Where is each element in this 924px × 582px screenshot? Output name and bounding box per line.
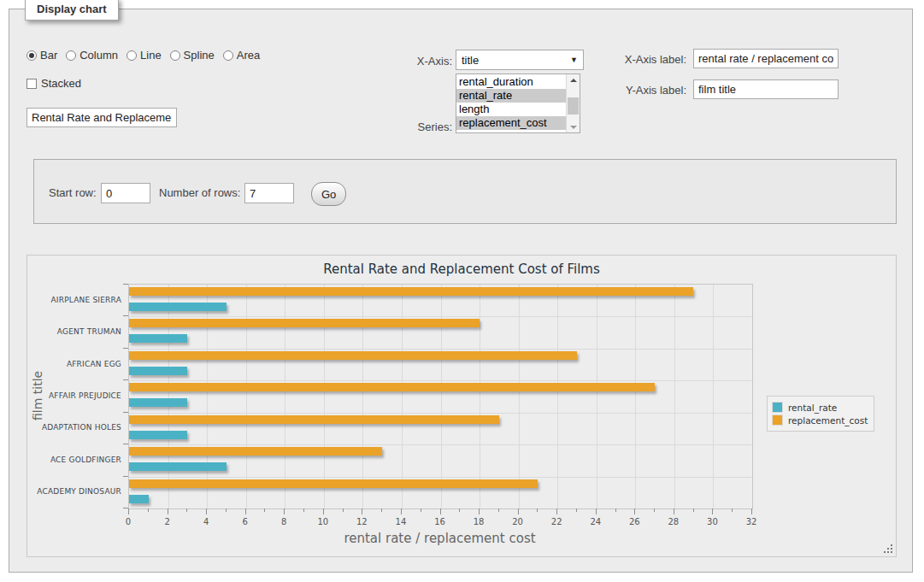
series-option-rental_rate[interactable]: rental_rate	[456, 89, 566, 103]
radio-icon[interactable]	[26, 50, 37, 61]
x-axis-tick	[148, 509, 149, 512]
legend-label: rental_rate	[788, 403, 837, 413]
radio-icon[interactable]	[66, 50, 76, 61]
scroll-down-icon[interactable]	[567, 121, 580, 132]
chart-type-bar[interactable]: Bar	[26, 49, 57, 62]
x-axis-tick	[479, 509, 480, 514]
series-scrollbar[interactable]	[566, 74, 580, 132]
x-axis-tick	[654, 509, 655, 512]
resize-handle-icon[interactable]	[883, 544, 893, 554]
x-axis-tick-label: 24	[583, 517, 609, 526]
gridline-horizontal	[129, 349, 752, 350]
x-axis-tick	[245, 509, 246, 514]
x-axis-tick	[206, 509, 207, 514]
start-row-label: Start row:	[49, 186, 97, 199]
x-axis-tick	[576, 509, 577, 512]
series-listbox[interactable]: rental_durationrental_ratelengthreplacem…	[456, 73, 580, 133]
scroll-up-icon[interactable]	[567, 74, 580, 85]
radio-icon[interactable]	[170, 50, 180, 61]
x-axis-tick	[168, 509, 168, 514]
gridline-vertical	[480, 285, 480, 509]
panel-legend: Display chart	[25, 0, 119, 21]
number-of-rows-input[interactable]	[244, 183, 294, 203]
y-axis-tick	[123, 476, 128, 477]
gridline-vertical	[557, 285, 558, 509]
radio-label: Spline	[184, 49, 215, 62]
chart-type-column[interactable]: Column	[66, 49, 118, 62]
gridline-vertical	[168, 285, 169, 509]
chart-title: Rental Rate and Replacement Cost of Film…	[27, 262, 896, 277]
go-button[interactable]: Go	[311, 182, 346, 206]
chart-type-spline[interactable]: Spline	[170, 49, 215, 62]
legend-swatch	[772, 414, 783, 426]
stacked-option: Stacked	[26, 77, 81, 90]
x-axis-tick	[440, 509, 441, 514]
bar-replacement_cost	[129, 319, 480, 327]
x-axis-tick	[401, 509, 402, 514]
x-axis-tick	[556, 509, 557, 514]
x-axis-tick-label: 16	[427, 517, 453, 526]
bar-replacement_cost	[129, 351, 577, 360]
plot-area	[128, 284, 753, 509]
x-axis-tick-label: 26	[621, 517, 647, 526]
x-axis-tick-label: 22	[544, 517, 569, 526]
category-label: AFRICAN EGG	[27, 348, 121, 379]
x-axis-tick	[343, 509, 344, 512]
x-axis-tick-label: 6	[232, 517, 258, 526]
y-axis-tick	[123, 315, 128, 316]
y-axis-tick	[123, 284, 128, 285]
x-axis-select[interactable]: title ▼	[456, 50, 584, 70]
category-label: ACADEMY DINOSAUR	[27, 476, 121, 508]
bar-rental_rate	[129, 398, 187, 407]
x-axis-selected-value: title	[462, 54, 570, 67]
y-axis-label-label: Y-Axis label:	[597, 84, 686, 97]
category-label: AIRPLANE SIERRA	[27, 284, 121, 315]
x-axis-tick	[693, 509, 694, 512]
chart-type-area[interactable]: Area	[223, 49, 260, 62]
x-axis-tick-label: 8	[271, 517, 297, 526]
scrollbar-thumb[interactable]	[568, 97, 579, 115]
y-axis-label-input[interactable]	[693, 79, 839, 99]
category-label: AGENT TRUMAN	[27, 315, 121, 347]
category-label: ACE GOLDFINGER	[27, 444, 121, 475]
start-row-input[interactable]	[101, 183, 150, 203]
bar-rental_rate	[129, 303, 227, 311]
gridline-vertical	[635, 285, 636, 509]
x-axis-label-label: X-Axis label:	[597, 53, 686, 66]
x-axis-tick	[732, 509, 733, 512]
x-axis-tick	[634, 509, 635, 514]
stacked-label: Stacked	[41, 77, 81, 90]
x-axis-tick-label: 12	[349, 517, 374, 526]
x-axis-tick	[596, 509, 597, 514]
x-axis-tick	[381, 509, 382, 512]
legend-swatch	[772, 402, 783, 413]
x-axis-tick	[284, 509, 285, 514]
series-option-replacement_cost[interactable]: replacement_cost	[456, 116, 566, 130]
y-axis-tick	[123, 348, 128, 349]
page: { "panel_legend": "Display chart", "cont…	[0, 0, 924, 582]
display-chart-panel: Display chart BarColumnLineSplineArea St…	[9, 9, 913, 573]
radio-label: Column	[79, 49, 118, 62]
chart-area: Rental Rate and Replacement Cost of Film…	[26, 255, 897, 557]
x-axis-tick	[226, 509, 227, 512]
x-axis-title: rental rate / replacement cost	[128, 531, 751, 546]
legend-label: replacement_cost	[788, 415, 868, 426]
x-axis-tick	[323, 509, 324, 514]
gridline-horizontal	[129, 444, 752, 445]
series-option-length[interactable]: length	[456, 103, 566, 116]
gridline-vertical	[674, 285, 675, 509]
stacked-checkbox[interactable]	[26, 79, 37, 89]
series-option-rental_duration[interactable]: rental_duration	[456, 75, 566, 89]
x-axis-label-input[interactable]	[693, 49, 839, 68]
x-axis-tick-label: 4	[193, 517, 219, 526]
x-axis-tick	[128, 509, 129, 514]
bar-replacement_cost	[129, 287, 693, 296]
y-axis-tick	[123, 379, 128, 380]
radio-icon[interactable]	[127, 50, 137, 61]
chart-title-input[interactable]	[26, 108, 177, 127]
category-label: AFFAIR PREJUDICE	[27, 379, 121, 411]
chart-type-line[interactable]: Line	[127, 49, 162, 62]
gridline-vertical	[441, 285, 442, 509]
x-axis-tick-label: 2	[155, 517, 180, 526]
radio-icon[interactable]	[223, 50, 233, 61]
